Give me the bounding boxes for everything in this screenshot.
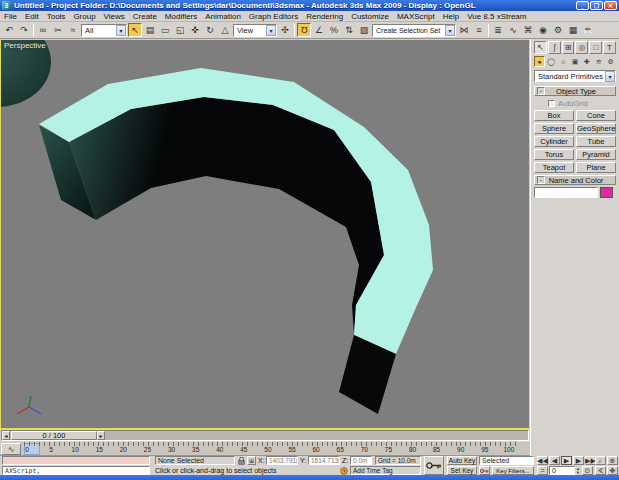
select-and-move-icon[interactable]: ✜ [188, 23, 202, 37]
menu-help[interactable]: Help [439, 12, 463, 21]
subtab-spacewarps[interactable]: ≋ [593, 56, 604, 67]
mirror-icon[interactable]: ⋈ [457, 23, 471, 37]
window-crossing-icon[interactable]: ◱ [173, 23, 187, 37]
previous-frame-icon[interactable]: ◀ [549, 456, 560, 465]
menu-modifiers[interactable]: Modifiers [161, 12, 201, 21]
track-bar[interactable]: ∿ 05101520253035404550556065707580859095… [0, 442, 530, 456]
object-type-rollout-header[interactable]: - Object Type [534, 86, 616, 96]
zoom-all-icon[interactable]: ⊕ [607, 456, 618, 465]
object-type-button-cylinder[interactable]: Cylinder [534, 136, 574, 147]
menu-group[interactable]: Group [69, 12, 99, 21]
subtab-shapes[interactable]: ◯ [546, 56, 557, 67]
z-coordinate-field[interactable]: 0.0m [350, 456, 372, 465]
unlink-selection-icon[interactable]: ✂ [51, 23, 65, 37]
object-type-button-sphere[interactable]: Sphere [534, 123, 574, 134]
y-coordinate-field[interactable]: 1614.713m [308, 456, 340, 465]
angle-snap-icon[interactable]: ∠ [312, 23, 326, 37]
tab-modify[interactable]: ∫ [548, 41, 561, 54]
object-type-button-pyramid[interactable]: Pyramid [576, 149, 616, 160]
minimize-button[interactable]: _ [576, 1, 589, 10]
time-slider-track[interactable]: ◄ 0 / 100 ► [1, 430, 529, 441]
chevron-down-icon[interactable]: ▾ [266, 25, 276, 36]
named-selection-sets-icon[interactable]: ▧ [357, 23, 371, 37]
subtab-cameras[interactable]: ▣ [570, 56, 581, 67]
object-name-field[interactable] [534, 187, 598, 198]
tab-display[interactable]: □ [589, 41, 602, 54]
object-type-button-teapot[interactable]: Teapot [534, 162, 574, 173]
redo-icon[interactable]: ↷ [17, 23, 31, 37]
background-object-blob[interactable] [1, 40, 51, 107]
select-by-name-icon[interactable]: ▤ [143, 23, 157, 37]
time-slider-prev-arrow[interactable]: ◄ [2, 431, 10, 440]
select-and-rotate-icon[interactable]: ↻ [203, 23, 217, 37]
spinner-snap-icon[interactable]: ⇅ [342, 23, 356, 37]
schematic-view-icon[interactable]: ⌘ [521, 23, 535, 37]
curve-editor-icon[interactable]: ∿ [506, 23, 520, 37]
rect-selection-region-icon[interactable]: ▭ [158, 23, 172, 37]
name-color-rollout-header[interactable]: - Name and Color [534, 175, 616, 185]
time-slider-handle[interactable]: 0 / 100 [11, 431, 97, 440]
object-type-button-torus[interactable]: Torus [534, 149, 574, 160]
select-and-link-icon[interactable]: ∞ [36, 23, 50, 37]
menu-animation[interactable]: Animation [201, 12, 245, 21]
object-type-button-cone[interactable]: Cone [576, 110, 616, 121]
time-configuration-icon[interactable]: ⊙ [582, 466, 593, 475]
selection-filter-dropdown[interactable]: All ▾ [81, 24, 127, 37]
viewport-perspective[interactable]: Perspective [0, 39, 530, 429]
time-slider-next-arrow[interactable]: ► [97, 431, 105, 440]
frame-spinner[interactable]: ▲ ▼ [576, 466, 580, 475]
menu-rendering[interactable]: Rendering [302, 12, 347, 21]
key-mode-toggle-icon[interactable]: = [537, 466, 548, 475]
menu-customize[interactable]: Customize [347, 12, 393, 21]
viewport-label[interactable]: Perspective [4, 41, 46, 50]
field-of-view-icon[interactable]: ∢ [595, 466, 606, 475]
rendered-frame-icon[interactable]: ▦ [566, 23, 580, 37]
undo-icon[interactable]: ↶ [2, 23, 16, 37]
chevron-down-icon[interactable]: ▾ [445, 25, 455, 36]
mini-curve-editor-button[interactable]: ∿ [1, 443, 21, 455]
tab-motion[interactable]: ◎ [575, 41, 588, 54]
collapse-icon[interactable]: - [537, 87, 545, 95]
spinner-down-icon[interactable]: ▼ [576, 471, 580, 475]
select-and-manipulate-icon[interactable]: ✣ [278, 23, 292, 37]
menu-graph-editors[interactable]: Graph Editors [245, 12, 302, 21]
layer-manager-icon[interactable]: ≣ [491, 23, 505, 37]
pan-icon[interactable]: ✥ [607, 466, 618, 475]
menu-maxscript[interactable]: MAXScript [393, 12, 439, 21]
maxscript-listener-field[interactable]: AXScript, [2, 466, 150, 475]
collapse-icon[interactable]: - [537, 176, 545, 184]
key-filters-button[interactable]: Key Filters... [492, 466, 534, 475]
play-icon[interactable]: ▶ [561, 456, 572, 465]
add-time-tag-button[interactable]: Add Time Tag [350, 466, 421, 475]
subtab-geometry[interactable]: ● [534, 56, 545, 67]
tab-utilities[interactable]: T [603, 41, 616, 54]
named-selection-set-dropdown[interactable]: Create Selection Set ▾ [372, 24, 456, 37]
x-coordinate-field[interactable]: 1403.791m [266, 456, 298, 465]
render-setup-icon[interactable]: ⚙ [551, 23, 565, 37]
auto-key-button[interactable]: Auto Key [447, 456, 477, 465]
category-dropdown[interactable]: Standard Primitives ▾ [534, 70, 616, 82]
object-type-button-geosphere[interactable]: GeoSphere [576, 123, 616, 134]
snaps-toggle-icon[interactable]: Ω [297, 23, 311, 37]
chevron-down-icon[interactable]: ▾ [605, 71, 615, 82]
macro-recorder-field[interactable] [2, 456, 150, 465]
align-icon[interactable]: ≡ [472, 23, 486, 37]
object-type-button-tube[interactable]: Tube [576, 136, 616, 147]
chevron-down-icon[interactable]: ▾ [116, 25, 126, 36]
maximize-button[interactable]: ❐ [590, 1, 603, 10]
select-and-scale-icon[interactable]: △ [218, 23, 232, 37]
object-type-button-plane[interactable]: Plane [576, 162, 616, 173]
reference-coordsys-dropdown[interactable]: View ▾ [233, 24, 277, 37]
subtab-lights[interactable]: ☼ [558, 56, 569, 67]
set-key-button[interactable]: Set Key [447, 466, 477, 475]
material-editor-icon[interactable]: ◉ [536, 23, 550, 37]
menu-views[interactable]: Views [100, 12, 129, 21]
percent-snap-icon[interactable]: % [327, 23, 341, 37]
object-color-swatch[interactable] [600, 187, 613, 198]
quick-render-icon[interactable]: ☕ [581, 23, 595, 37]
menu-edit[interactable]: Edit [21, 12, 43, 21]
selected-set-dropdown[interactable]: Selected [479, 456, 534, 465]
current-frame-field[interactable]: 0 [549, 466, 575, 475]
selection-lock-icon[interactable] [238, 456, 246, 465]
autogrid-checkbox[interactable] [548, 100, 555, 107]
